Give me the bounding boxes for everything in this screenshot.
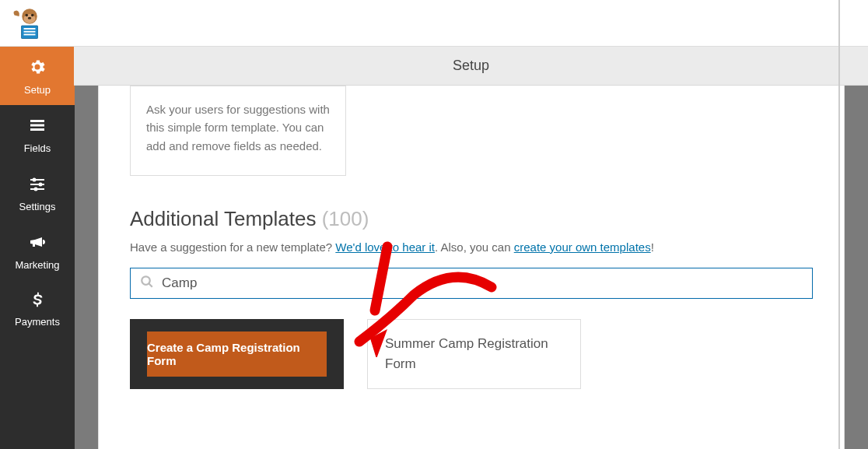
topbar: Setup	[74, 47, 868, 86]
svg-point-14	[33, 178, 37, 182]
template-search-box[interactable]	[130, 268, 813, 299]
sidebar-label: Payments	[15, 316, 60, 328]
template-results: Create a Camp Registration Form Summer C…	[130, 319, 813, 389]
svg-point-3	[31, 13, 34, 16]
suggest-template-link[interactable]: We'd love to hear it	[335, 240, 435, 254]
template-description-card: Ask your users for suggestions with this…	[130, 86, 346, 176]
sidebar-label: Settings	[19, 201, 56, 212]
top-logo-bar	[0, 0, 868, 47]
sidebar-item-payments[interactable]: Payments	[0, 280, 75, 337]
dollar-icon	[29, 291, 46, 311]
sidebar-label: Setup	[24, 84, 51, 96]
section-description: Have a suggestion for a new template? We…	[130, 240, 813, 254]
template-search-input[interactable]	[162, 275, 803, 291]
svg-point-4	[28, 16, 32, 19]
wpforms-logo	[11, 5, 48, 42]
svg-rect-11	[30, 125, 44, 127]
sidebar-item-marketing[interactable]: Marketing	[0, 222, 75, 280]
svg-line-20	[149, 283, 152, 287]
right-border-decoration	[838, 0, 840, 449]
svg-point-2	[25, 13, 28, 16]
svg-rect-9	[24, 33, 36, 35]
svg-rect-12	[30, 128, 44, 131]
svg-point-18	[34, 188, 38, 191]
create-own-templates-link[interactable]: create your own templates	[514, 240, 651, 254]
svg-point-19	[142, 276, 150, 285]
bullhorn-icon	[28, 233, 47, 254]
sidebar-item-settings[interactable]: Settings	[0, 163, 75, 222]
svg-rect-10	[30, 120, 44, 122]
list-icon	[28, 116, 47, 138]
template-result-primary[interactable]: Create a Camp Registration Form	[130, 319, 344, 389]
svg-point-16	[39, 183, 43, 187]
template-result-secondary[interactable]: Summer Camp Registration Form	[367, 319, 581, 389]
gear-icon	[28, 58, 47, 79]
sliders-icon	[28, 174, 47, 196]
sidebar-label: Marketing	[15, 259, 59, 271]
template-description-text: Ask your users for suggestions with this…	[146, 103, 330, 153]
search-icon	[140, 275, 154, 292]
create-template-button[interactable]: Create a Camp Registration Form	[147, 331, 327, 377]
sidebar-label: Fields	[24, 142, 51, 154]
sidebar-item-setup[interactable]: Setup	[0, 47, 75, 105]
templates-count: (100)	[322, 207, 369, 230]
section-heading: Additional Templates (100)	[130, 207, 813, 231]
sidebar-item-fields[interactable]: Fields	[0, 105, 75, 163]
builder-sidebar: Setup Fields Settings Marketing Payments	[0, 47, 75, 449]
setup-panel: Ask your users for suggestions with this…	[98, 86, 845, 449]
additional-templates-section: Additional Templates (100) Have a sugges…	[130, 207, 813, 389]
topbar-title: Setup	[453, 58, 489, 74]
svg-rect-8	[24, 30, 36, 32]
svg-rect-7	[24, 28, 36, 30]
